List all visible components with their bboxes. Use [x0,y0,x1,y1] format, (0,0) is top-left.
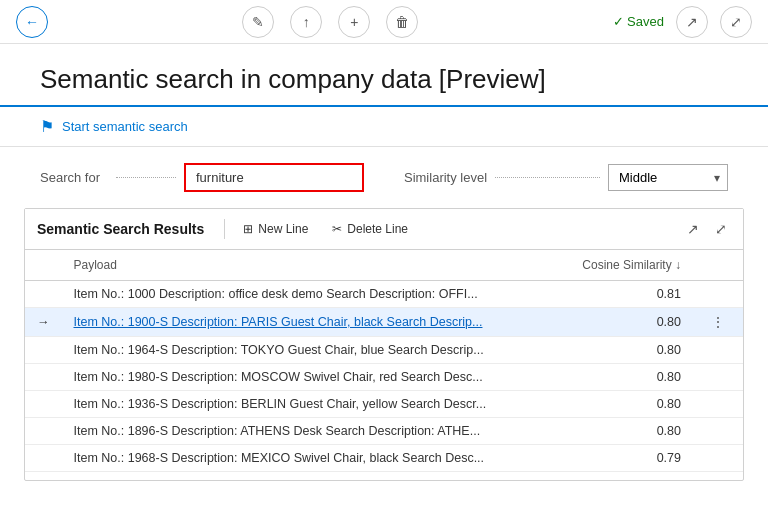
context-menu-cell[interactable] [693,445,743,472]
delete-line-label: Delete Line [347,222,408,236]
payload-link[interactable]: Item No.: 1900-S Description: PARIS Gues… [74,315,483,329]
dotted-line-2 [495,177,600,178]
context-menu-cell[interactable] [693,391,743,418]
table-wrapper[interactable]: Payload Cosine Similarity ↓ Item No.: 10… [25,250,743,480]
table-row[interactable]: Item No.: 1936-S Description: BERLIN Gue… [25,391,743,418]
cosine-cell: 0.80 [553,418,693,445]
delete-line-icon: ✂ [332,222,342,236]
col-cosine[interactable]: Cosine Similarity ↓ [553,250,693,281]
context-menu-cell[interactable] [693,281,743,308]
divider [224,219,225,239]
cosine-cell: 0.80 [553,364,693,391]
table-row[interactable]: Item No.: 1980-S Description: MOSCOW Swi… [25,364,743,391]
row-indicator [25,337,62,364]
table-row[interactable]: Item No.: 1972-S Description: MUNICH Swi… [25,472,743,481]
search-input[interactable] [184,163,364,192]
results-table: Payload Cosine Similarity ↓ Item No.: 10… [25,250,743,480]
payload-cell: Item No.: 1896-S Description: ATHENS Des… [62,418,554,445]
payload-cell: Item No.: 1972-S Description: MUNICH Swi… [62,472,554,481]
table-row[interactable]: Item No.: 1964-S Description: TOKYO Gues… [25,337,743,364]
cosine-cell: 0.80 [553,308,693,337]
saved-status: ✓ Saved [613,14,664,29]
table-row[interactable]: →Item No.: 1900-S Description: PARIS Gue… [25,308,743,337]
table-header-row: Payload Cosine Similarity ↓ [25,250,743,281]
page-title: Semantic search in company data [Preview… [40,64,728,95]
table-row[interactable]: Item No.: 1000 Description: office desk … [25,281,743,308]
context-menu-cell[interactable] [693,472,743,481]
row-indicator [25,391,62,418]
cosine-cell: 0.81 [553,281,693,308]
context-menu-icon[interactable]: ⋮ [705,312,731,332]
search-group: Search for [40,163,364,192]
toolbar-left: ← [16,6,48,38]
semantic-search-icon: ⚑ [40,117,54,136]
cosine-cell: 0.79 [553,472,693,481]
col-actions [693,250,743,281]
results-tbody: Item No.: 1000 Description: office desk … [25,281,743,481]
payload-cell: Item No.: 1936-S Description: BERLIN Gue… [62,391,554,418]
delete-button[interactable]: 🗑 [386,6,418,38]
page-title-section: Semantic search in company data [Preview… [0,44,768,107]
similarity-select-wrapper: Low Middle High [608,164,728,191]
toolbar-center: ✎ ↑ + 🗑 [242,6,418,38]
similarity-group: Similarity level Low Middle High [404,164,728,191]
dotted-line-1 [116,177,176,178]
similarity-label: Similarity level [404,170,487,185]
row-indicator [25,445,62,472]
results-expand-button[interactable]: ⤢ [711,217,731,241]
section-header: ⚑ Start semantic search [0,107,768,147]
new-line-label: New Line [258,222,308,236]
context-menu-cell[interactable] [693,337,743,364]
search-label: Search for [40,170,100,185]
results-section: Semantic Search Results ⊞ New Line ✂ Del… [24,208,744,481]
row-indicator [25,364,62,391]
cosine-cell: 0.80 [553,337,693,364]
col-payload[interactable]: Payload [62,250,554,281]
payload-cell: Item No.: 1964-S Description: TOKYO Gues… [62,337,554,364]
results-header-right: ↗ ⤢ [683,217,731,241]
new-line-button[interactable]: ⊞ New Line [237,219,314,239]
similarity-select[interactable]: Low Middle High [608,164,728,191]
row-indicator [25,281,62,308]
payload-cell: Item No.: 1980-S Description: MOSCOW Swi… [62,364,554,391]
cosine-cell: 0.79 [553,445,693,472]
back-button[interactable]: ← [16,6,48,38]
table-row[interactable]: Item No.: 1968-S Description: MEXICO Swi… [25,445,743,472]
row-indicator [25,418,62,445]
context-menu-cell[interactable]: ⋮ [693,308,743,337]
results-title: Semantic Search Results [37,221,204,237]
cosine-cell: 0.80 [553,391,693,418]
row-indicator: → [25,308,62,337]
context-menu-cell[interactable] [693,364,743,391]
col-indicator [25,250,62,281]
payload-cell: Item No.: 1000 Description: office desk … [62,281,554,308]
toolbar: ← ✎ ↑ + 🗑 ✓ Saved ↗ ⤢ [0,0,768,44]
share-button[interactable]: ↑ [290,6,322,38]
new-line-icon: ⊞ [243,222,253,236]
export-button[interactable]: ↗ [676,6,708,38]
expand-button[interactable]: ⤢ [720,6,752,38]
payload-cell[interactable]: Item No.: 1900-S Description: PARIS Gues… [62,308,554,337]
edit-button[interactable]: ✎ [242,6,274,38]
search-form: Search for Similarity level Low Middle H… [0,147,768,208]
results-export-button[interactable]: ↗ [683,217,703,241]
toolbar-right: ✓ Saved ↗ ⤢ [613,6,752,38]
add-button[interactable]: + [338,6,370,38]
delete-line-button[interactable]: ✂ Delete Line [326,219,414,239]
results-header: Semantic Search Results ⊞ New Line ✂ Del… [25,209,743,250]
table-row[interactable]: Item No.: 1896-S Description: ATHENS Des… [25,418,743,445]
payload-cell: Item No.: 1968-S Description: MEXICO Swi… [62,445,554,472]
context-menu-cell[interactable] [693,418,743,445]
section-header-label: Start semantic search [62,119,188,134]
row-indicator [25,472,62,481]
